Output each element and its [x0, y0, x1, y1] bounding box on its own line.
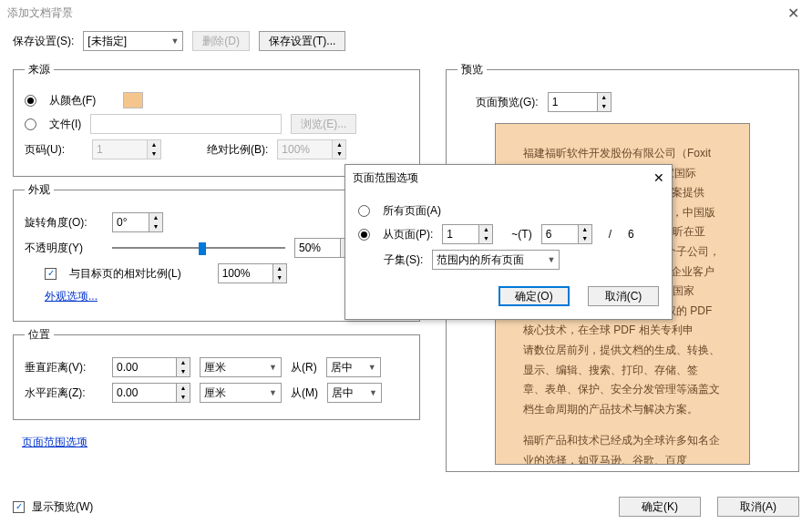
window-title: 添加文档背景 [7, 5, 73, 21]
delete-button: 删除(D) [192, 31, 250, 51]
vdist-from-combo[interactable]: 居中▼ [326, 357, 381, 377]
from-color-radio[interactable] [25, 95, 36, 107]
all-pages-radio[interactable] [358, 205, 370, 217]
page-number-spinner: ▲▼ [92, 139, 161, 159]
subset-combo[interactable]: 范围内的所有页面▼ [432, 250, 560, 270]
chevron-up-icon: ▲ [148, 140, 160, 149]
color-swatch[interactable] [123, 92, 143, 108]
preview-page-spinner[interactable]: ▲▼ [548, 92, 612, 112]
from-page-radio[interactable] [358, 229, 370, 241]
page-range-dialog: 页面范围选项 ✕ 所有页面(A) 从页面(P): ▲▼ ~(T) ▲▼ / 6 … [344, 164, 673, 320]
vdist-unit-combo[interactable]: 厘米▼ [200, 357, 282, 377]
abs-scale-spinner: ▲▼ [277, 139, 346, 159]
show-preview-checkbox[interactable] [13, 501, 25, 513]
from-page-spinner[interactable]: ▲▼ [442, 224, 493, 244]
to-page-spinner[interactable]: ▲▼ [541, 224, 592, 244]
close-icon[interactable]: ✕ [782, 5, 805, 22]
file-path-input [90, 114, 282, 134]
relative-scale-spinner[interactable]: ▲▼ [218, 263, 287, 283]
position-group: 位置 垂直距离(V): ▲▼ 厘米▼ 从(R) 居中▼ 水平距离(Z): ▲▼ … [13, 327, 420, 420]
ok-button[interactable]: 确定(K) [619, 497, 701, 517]
save-settings-label: 保存设置(S): [13, 34, 74, 49]
hdist-spinner[interactable]: ▲▼ [112, 383, 190, 403]
appearance-options-link[interactable]: 外观选项... [45, 289, 98, 304]
close-icon[interactable]: ✕ [653, 170, 664, 185]
relative-scale-checkbox[interactable] [45, 268, 57, 280]
page-range-link[interactable]: 页面范围选项 [22, 436, 87, 448]
hdist-from-combo[interactable]: 居中▼ [327, 383, 382, 403]
rotation-spinner[interactable]: ▲▼ [112, 212, 163, 232]
opacity-slider[interactable] [112, 239, 285, 257]
dialog-ok-button[interactable]: 确定(O) [499, 286, 570, 306]
save-settings-combo[interactable]: [未指定]▼ [83, 31, 183, 51]
source-group: 来源 从颜色(F) 文件(I) 浏览(E)... 页码(U): ▲▼ [13, 62, 420, 177]
vdist-spinner[interactable]: ▲▼ [112, 357, 190, 377]
from-file-radio[interactable] [25, 118, 36, 130]
cancel-button[interactable]: 取消(A) [717, 497, 799, 517]
browse-button: 浏览(E)... [291, 114, 356, 134]
dialog-cancel-button[interactable]: 取消(C) [588, 286, 659, 306]
dialog-title: 页面范围选项 [353, 170, 418, 186]
chevron-down-icon: ▼ [148, 149, 160, 159]
save-settings-button[interactable]: 保存设置(T)... [259, 31, 345, 51]
chevron-down-icon: ▼ [170, 36, 179, 46]
hdist-unit-combo[interactable]: 厘米▼ [200, 383, 282, 403]
